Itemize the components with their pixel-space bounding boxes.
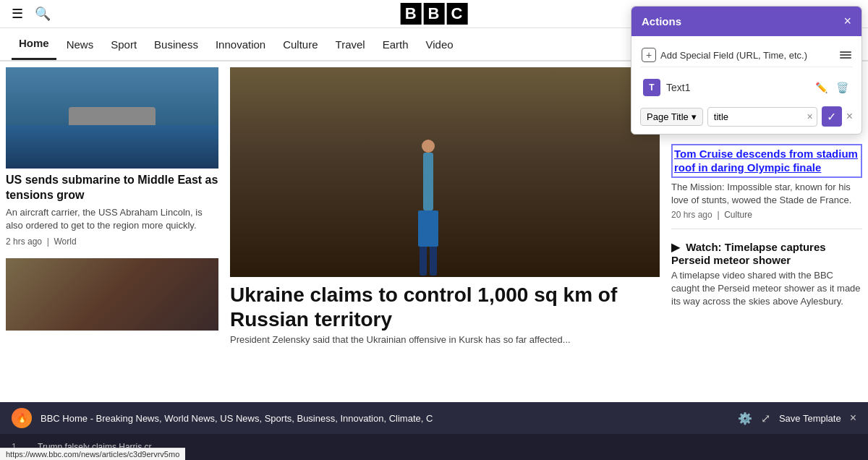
center-headline: Ukraine claims to control 1,000 sq km of… (230, 283, 660, 331)
bbc-block-b2: B (424, 3, 445, 25)
right-article-2-title-link[interactable]: Tom Cruise descends from stadium roof in… (671, 144, 862, 178)
actions-panel: Actions × + Add Special Field (URL, Time… (631, 6, 862, 135)
bbc-logo: B B C (401, 3, 468, 25)
actions-title: Actions (642, 15, 681, 27)
url-bar-text: https://www.bbc.com/news/articles/c3d9er… (6, 450, 179, 459)
text1-row: T Text1 ✏️ 🗑️ (640, 74, 853, 101)
bbc-block-b1: B (401, 3, 422, 25)
nav-item-video[interactable]: Video (419, 30, 461, 59)
bottom-close-button[interactable]: × (850, 412, 856, 425)
left-article-1-category: World (54, 237, 77, 247)
article-img-bottom-left (6, 258, 218, 331)
nav-item-news[interactable]: News (59, 30, 101, 59)
actions-body: + Add Special Field (URL, Time, etc.) T … (631, 36, 861, 134)
nav-item-earth[interactable]: Earth (375, 30, 416, 59)
bottom-expand-button[interactable]: ⤢ (761, 412, 770, 425)
text1-delete-button[interactable]: 🗑️ (835, 80, 850, 95)
actions-header: Actions × (631, 7, 861, 36)
left-article-1-title: US sends submarine to Middle East as ten… (6, 173, 218, 203)
right-article-3-title-text: Watch: Timelapse captures Perseid meteor… (671, 241, 826, 266)
h-line-3 (840, 57, 851, 59)
chevron-down-icon: ▾ (692, 111, 697, 122)
right-article-3-title: ▶ Watch: Timelapse captures Perseid mete… (671, 241, 862, 266)
title-input[interactable] (707, 107, 817, 127)
play-icon: ▶ (671, 241, 680, 253)
bottom-bar: 🔥 BBC Home - Breaking News, World News, … (0, 402, 868, 434)
right-article-2-desc: The Mission: Impossible star, known for … (671, 181, 862, 207)
title-input-wrap: × (707, 107, 817, 127)
left-article-1-desc: An aircraft carrier, the USS Abraham Lin… (6, 206, 218, 232)
nav-item-business[interactable]: Business (147, 30, 205, 59)
save-template-button[interactable]: Save Template (779, 413, 841, 424)
actions-close-button[interactable]: × (843, 14, 851, 29)
bottom-settings-button[interactable]: ⚙️ (738, 412, 752, 425)
h-line-2 (840, 54, 851, 56)
nav-item-innovation[interactable]: Innovation (208, 30, 273, 59)
nav-item-home[interactable]: Home (12, 28, 56, 60)
add-field-row: + Add Special Field (URL, Time, etc.) (640, 43, 853, 67)
left-col: US sends submarine to Middle East as ten… (0, 61, 224, 365)
center-img (230, 67, 660, 277)
right-article-2-category: Culture (724, 210, 752, 220)
center-col: Ukraine claims to control 1,000 sq km of… (224, 61, 665, 365)
bottom-logo: 🔥 (12, 408, 32, 428)
text1-label: Text1 (666, 82, 814, 93)
bottom-url: BBC Home - Breaking News, World News, US… (41, 413, 729, 424)
page-title-select-label: Page Title (647, 111, 689, 122)
hamburger-icon[interactable]: ☰ (12, 6, 23, 22)
left-article-1-meta: 2 hrs ago | World (6, 237, 218, 247)
nav-item-travel[interactable]: Travel (328, 30, 373, 59)
right-article-2-title[interactable]: Tom Cruise descends from stadium roof in… (671, 144, 862, 178)
title-cancel-button[interactable]: × (846, 110, 853, 123)
add-field-left[interactable]: + Add Special Field (URL, Time, etc.) (642, 48, 807, 62)
right-article-2-meta: 20 hrs ago | Culture (671, 210, 862, 220)
right-article-2-time: 20 hrs ago (671, 210, 712, 220)
h-line-1 (840, 51, 851, 53)
right-article-3-desc: A timelapse video shared with the BBC ca… (671, 269, 862, 309)
text1-edit-button[interactable]: ✏️ (814, 80, 829, 95)
menu-lines-icon[interactable] (840, 51, 851, 59)
left-article-1-time: 2 hrs ago (6, 237, 42, 247)
nav-item-sport[interactable]: Sport (103, 30, 144, 59)
url-bar: https://www.bbc.com/news/articles/c3d9er… (0, 448, 185, 460)
title-confirm-button[interactable]: ✓ (822, 106, 842, 127)
nav-item-culture[interactable]: Culture (276, 30, 325, 59)
search-icon[interactable]: 🔍 (35, 6, 51, 22)
article-img-submarine (6, 67, 218, 169)
bottom-logo-icon: 🔥 (17, 413, 27, 423)
page-title-row: Page Title ▾ × ✓ × (640, 106, 853, 127)
text1-actions: ✏️ 🗑️ (814, 80, 850, 95)
article-card-bottom-left (6, 258, 218, 331)
title-input-clear-button[interactable]: × (807, 111, 812, 122)
text1-badge: T (643, 79, 660, 96)
article-card-submarine: US sends submarine to Middle East as ten… (6, 67, 218, 247)
center-sub: President Zelensky said that the Ukraini… (230, 334, 660, 345)
right-article-2: Tom Cruise descends from stadium roof in… (671, 144, 862, 229)
bottom-actions: ⚙️ ⤢ Save Template × (738, 412, 856, 425)
header-left: ☰ 🔍 (12, 6, 51, 22)
page-title-select[interactable]: Page Title ▾ (640, 108, 703, 126)
add-field-label: Add Special Field (URL, Time, etc.) (660, 50, 807, 61)
bbc-block-c: C (446, 3, 467, 25)
add-field-plus-icon: + (642, 48, 656, 62)
right-article-3: ▶ Watch: Timelapse captures Perseid mete… (671, 241, 862, 318)
